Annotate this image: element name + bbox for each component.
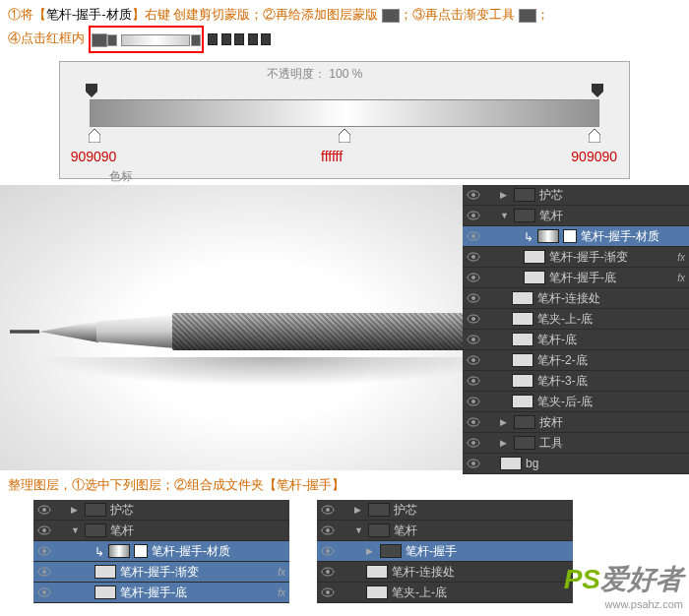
visibility-toggle[interactable] — [467, 292, 480, 304]
folder-arrow-icon[interactable]: ▶ — [500, 190, 510, 200]
angle-gradient-icon[interactable] — [234, 33, 244, 45]
layer-name: 按杆 — [539, 414, 689, 431]
layer-row[interactable]: 笔杆-底 — [463, 330, 689, 350]
visibility-toggle[interactable] — [321, 545, 335, 557]
fx-badge[interactable]: fx — [278, 587, 285, 598]
layer-row[interactable]: 笔杆-2-底 — [463, 350, 689, 371]
instr-text: ①将【 — [8, 7, 46, 22]
visibility-toggle[interactable] — [467, 313, 480, 325]
gradient-bar[interactable] — [90, 99, 599, 127]
diamond-gradient-icon[interactable] — [261, 33, 271, 45]
layer-folder[interactable]: ▶护芯 — [33, 500, 289, 521]
fx-badge[interactable]: fx — [278, 567, 285, 578]
svg-point-50 — [326, 570, 330, 574]
color-stop[interactable] — [339, 129, 350, 143]
visibility-toggle[interactable] — [321, 524, 335, 536]
folder-arrow-icon[interactable]: ▶ — [71, 505, 81, 515]
layer-thumbnail — [94, 565, 116, 579]
layer-thumbnail — [512, 395, 533, 408]
folder-arrow-icon[interactable]: ▼ — [500, 211, 510, 220]
layer-mask-thumbnail — [563, 229, 577, 243]
dropdown-icon[interactable] — [191, 34, 201, 46]
visibility-toggle[interactable] — [467, 375, 480, 387]
visibility-toggle[interactable] — [467, 272, 480, 283]
folder-arrow-icon[interactable]: ▼ — [354, 525, 364, 535]
visibility-toggle[interactable] — [321, 586, 335, 598]
visibility-toggle[interactable] — [467, 251, 480, 263]
visibility-toggle[interactable] — [37, 545, 51, 557]
layer-folder[interactable]: ▶按杆 — [463, 412, 689, 433]
color-stop[interactable] — [589, 129, 600, 143]
layer-row[interactable]: ↳笔杆-握手-材质 — [463, 226, 689, 247]
layer-folder[interactable]: ▶笔杆-握手 — [317, 541, 573, 562]
layer-row[interactable]: bg — [463, 454, 689, 474]
layer-row[interactable]: 笔杆-握手-渐变fx — [463, 247, 689, 268]
visibility-toggle[interactable] — [467, 189, 480, 201]
visibility-toggle[interactable] — [321, 504, 335, 516]
svg-point-6 — [471, 193, 475, 197]
layer-folder[interactable]: ▶护芯 — [317, 500, 573, 521]
layer-row[interactable]: 笔夹-上-底 — [317, 583, 573, 603]
layer-row[interactable]: 笔夹-后-底 — [463, 392, 689, 412]
visibility-toggle[interactable] — [467, 354, 480, 366]
gradient-preview[interactable] — [121, 34, 190, 46]
visibility-toggle[interactable] — [467, 458, 480, 469]
visibility-toggle[interactable] — [467, 396, 480, 407]
folder-icon — [85, 503, 106, 517]
svg-marker-2 — [89, 129, 100, 143]
visibility-toggle[interactable] — [467, 437, 480, 449]
visibility-toggle[interactable] — [37, 566, 51, 578]
color-stop[interactable] — [89, 129, 100, 143]
radial-gradient-icon[interactable] — [221, 33, 231, 45]
linear-gradient-icon[interactable] — [208, 33, 218, 45]
layer-folder[interactable]: ▶护芯 — [463, 185, 689, 206]
svg-point-46 — [326, 528, 330, 532]
visibility-toggle[interactable] — [467, 230, 480, 242]
layers-panel-before[interactable]: ▶护芯▼笔杆↳笔杆-握手-材质笔杆-握手-渐变fx笔杆-握手-底fx — [33, 500, 289, 603]
visibility-toggle[interactable] — [37, 504, 51, 516]
visibility-toggle[interactable] — [467, 210, 480, 221]
layer-folder[interactable]: ▼笔杆 — [463, 206, 689, 226]
instr-text: 】右键 创建剪切蒙版；②再给添加图层蒙版 — [132, 7, 379, 22]
fx-badge[interactable]: fx — [677, 273, 685, 283]
layer-row[interactable]: 笔杆-握手-底fx — [33, 583, 289, 603]
layers-panel-after[interactable]: ▶护芯▼笔杆▶笔杆-握手笔杆-连接处笔夹-上-底 — [317, 500, 573, 603]
folder-arrow-icon[interactable]: ▶ — [354, 505, 364, 515]
layer-row[interactable]: ↳笔杆-握手-材质 — [33, 541, 289, 562]
reflected-gradient-icon[interactable] — [248, 33, 258, 45]
layer-thumbnail — [512, 333, 533, 346]
svg-marker-4 — [589, 129, 600, 143]
layer-row[interactable]: 笔杆-连接处 — [317, 562, 573, 583]
swatch-icon[interactable] — [92, 33, 107, 47]
visibility-toggle[interactable] — [467, 334, 480, 345]
layer-folder[interactable]: ▼笔杆 — [33, 521, 289, 541]
visibility-toggle[interactable] — [467, 416, 480, 428]
layer-row[interactable]: 笔杆-3-底 — [463, 371, 689, 392]
layer-folder[interactable]: ▶工具 — [463, 433, 689, 454]
layer-name: 笔杆 — [539, 208, 689, 224]
folder-arrow-icon[interactable]: ▶ — [500, 417, 510, 427]
opacity-stop[interactable] — [86, 84, 97, 97]
svg-point-30 — [471, 441, 475, 445]
visibility-toggle[interactable] — [37, 586, 51, 598]
visibility-toggle[interactable] — [37, 524, 51, 536]
layers-panel[interactable]: ▶护芯▼笔杆↳笔杆-握手-材质笔杆-握手-渐变fx笔杆-握手-底fx笔杆-连接处… — [463, 185, 689, 474]
svg-point-8 — [471, 214, 475, 217]
folder-arrow-icon[interactable]: ▼ — [71, 525, 81, 535]
folder-arrow-icon[interactable]: ▶ — [366, 546, 376, 556]
layer-row[interactable]: 笔杆-连接处 — [463, 288, 689, 309]
pencil-shadow — [39, 357, 502, 387]
fx-badge[interactable]: fx — [677, 252, 685, 263]
layer-row[interactable]: 笔杆-握手-渐变fx — [33, 562, 289, 583]
dropdown-icon[interactable] — [107, 34, 117, 46]
folder-arrow-icon[interactable]: ▶ — [500, 438, 510, 448]
layer-row[interactable]: 笔夹-上-底 — [463, 309, 689, 330]
visibility-toggle[interactable] — [321, 566, 335, 578]
layer-row[interactable]: 笔杆-握手-底fx — [463, 268, 689, 288]
layer-name: 笔杆-握手-材质 — [581, 228, 689, 245]
layer-name: 笔夹-后-底 — [537, 394, 689, 410]
layer-thumbnail — [94, 585, 116, 599]
layer-folder[interactable]: ▼笔杆 — [317, 521, 573, 541]
stop-color-label: 909090 — [71, 149, 117, 164]
opacity-stop[interactable] — [592, 84, 603, 97]
